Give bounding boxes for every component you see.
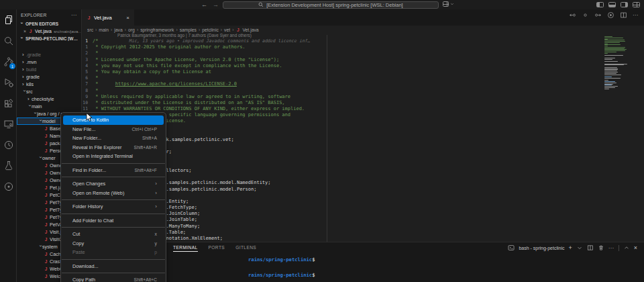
java-file-icon: J: [44, 274, 48, 279]
chevron-icon: ›: [38, 245, 42, 249]
minimap-line: [604, 61, 618, 62]
menu-item-cut[interactable]: Cutx: [63, 230, 164, 239]
next-change-icon[interactable]: [594, 11, 602, 19]
submenu-arrow-icon: ›: [155, 190, 157, 196]
menu-item-convert-to-kotlin[interactable]: Convert to Kotlin: [63, 115, 164, 125]
menu-item-copy[interactable]: Copyy: [63, 239, 164, 248]
breadcrumb-item[interactable]: Vet.java: [242, 28, 258, 32]
panel-tab-terminal[interactable]: TERMINAL: [173, 245, 198, 252]
new-terminal-icon[interactable]: +: [568, 244, 572, 251]
customize-layout-icon[interactable]: [633, 2, 640, 7]
panel-tab-bar: TERMINALPORTSGITLENS: [173, 245, 256, 252]
prev-change-icon[interactable]: [569, 11, 576, 19]
terminal-prompt[interactable]: rains/spring-petclinic$: [248, 256, 315, 263]
chevron-icon: ›: [28, 105, 32, 109]
editor-tab-bar: J Vet.java ×: [82, 9, 644, 26]
nav-back-icon[interactable]: ←: [201, 1, 207, 8]
menu-item-open-changes[interactable]: Open Changes›: [63, 179, 164, 189]
explorer-actions-icon[interactable]: ⋯: [71, 12, 77, 18]
tree-item-label: k8s: [26, 81, 34, 87]
minimap[interactable]: [604, 36, 633, 91]
menu-item-open-on-remote-web-[interactable]: Open on Remote (Web)›: [63, 189, 164, 198]
menu-item-copy-path[interactable]: Copy PathShift+Alt+C: [63, 275, 164, 282]
line-number: 1: [82, 38, 93, 44]
window-grid-dropdown[interactable]: [443, 1, 454, 7]
menu-separator: [62, 273, 165, 273]
menu-item-download-[interactable]: Download...: [63, 262, 164, 271]
tree-item-src[interactable]: ›src: [17, 88, 81, 95]
tree-item-k8s[interactable]: ›k8s: [17, 81, 81, 88]
tree-item-main[interactable]: ›main: [17, 103, 81, 110]
breadcrumb-item[interactable]: java: [114, 28, 122, 32]
close-tab-icon[interactable]: ×: [126, 15, 129, 21]
breadcrumb-item[interactable]: samples: [180, 28, 197, 32]
menu-item-label: New Folder...: [72, 135, 101, 141]
tree-item--mvn[interactable]: ›.mvn: [17, 58, 81, 66]
split-terminal-icon[interactable]: [587, 244, 594, 251]
menu-item-label: Reveal in File Explorer: [72, 144, 121, 150]
command-center[interactable]: [Extension Development Host] spring-petc…: [223, 1, 439, 9]
license-link[interactable]: https://www.apache.org/licenses/LICENSE-…: [115, 81, 237, 87]
split-editor-icon[interactable]: [620, 11, 627, 19]
code-line: 1 * Copyright 2012-2025 the original aut…: [82, 44, 636, 50]
kill-terminal-icon[interactable]: [598, 244, 604, 251]
breadcrumb-item[interactable]: main: [99, 28, 109, 32]
java-file-icon: J: [44, 230, 48, 234]
open-editors-section[interactable]: › OPEN EDITORS: [17, 20, 81, 28]
more-actions-icon[interactable]: ⋯: [633, 12, 639, 18]
tree-item-build[interactable]: ›build: [17, 66, 81, 73]
panel-tab-gitlens[interactable]: GITLENS: [235, 245, 256, 252]
menu-item-folder-history[interactable]: Folder History›: [63, 202, 164, 211]
java-file-icon: J: [44, 222, 48, 227]
toggle-secondary-sidebar-icon[interactable]: [621, 2, 628, 7]
project-section-header[interactable]: › SPRING-PETCLINIC [WSL: DEBI…: [17, 35, 81, 42]
open-changes-icon[interactable]: [582, 11, 589, 19]
menu-item-find-in-folder-[interactable]: Find in Folder...Shift+Alt+F: [63, 166, 164, 175]
open-editor-item[interactable]: × J Vet.java src/main/java…: [17, 28, 81, 35]
menu-item-label: New File...: [72, 126, 95, 132]
tree-item-checkstyle[interactable]: ›checkstyle: [17, 95, 81, 103]
minimap-line: [604, 46, 608, 46]
menu-item-reveal-in-file-explorer[interactable]: Reveal in File ExplorerShift+Alt+R: [63, 143, 164, 152]
menu-item-shortcut: Shift+Alt+C: [134, 277, 157, 282]
menu-item-open-in-integrated-terminal[interactable]: Open in Integrated Terminal: [63, 152, 164, 161]
breadcrumb-item[interactable]: vet: [224, 28, 230, 32]
testing-icon[interactable]: [0, 155, 17, 176]
breadcrumb-item[interactable]: org: [128, 28, 135, 32]
chevron-down-icon[interactable]: [576, 244, 583, 251]
menu-item-shortcut: Shift+Alt+F: [134, 168, 157, 173]
breadcrumb-separator-icon: ›: [95, 28, 97, 32]
toggle-primary-sidebar-icon[interactable]: [596, 2, 604, 7]
menu-item-shortcut: Shift+A: [142, 136, 157, 140]
tab-vet-java[interactable]: J Vet.java ×: [82, 9, 134, 26]
maximize-panel-icon[interactable]: [623, 244, 630, 251]
gitlens-icon[interactable]: [0, 134, 17, 155]
code-text: * you may not use this file except in co…: [93, 63, 282, 69]
breadcrumb-item[interactable]: petclinic: [202, 28, 219, 32]
terminal-prompt[interactable]: rains/spring-petclinic$: [248, 272, 315, 278]
remote-explorer-icon[interactable]: [0, 113, 17, 134]
run-debug-icon[interactable]: [0, 72, 17, 93]
source-control-icon[interactable]: 1: [0, 51, 17, 72]
run-java-icon[interactable]: [607, 11, 614, 19]
nav-forward-icon[interactable]: →: [213, 1, 219, 8]
close-icon[interactable]: ×: [23, 29, 26, 34]
menu-item-paste[interactable]: Pastep: [63, 248, 164, 257]
menu-item-new-file-[interactable]: New File...Ctrl+I Ctrl+P: [63, 125, 164, 134]
tree-item-gradle[interactable]: ›gradle: [17, 73, 81, 81]
breadcrumb-item[interactable]: src: [87, 28, 93, 32]
minimap-line: [604, 38, 623, 38]
menu-item-add-folder-to-chat[interactable]: Add Folder to Chat: [63, 216, 164, 226]
extensions-icon[interactable]: [0, 93, 17, 113]
breadcrumb-item[interactable]: springframework: [140, 28, 174, 32]
explorer-icon[interactable]: [0, 9, 17, 30]
more-actions-icon[interactable]: ⋯: [608, 245, 614, 251]
gitlens-inspect-icon[interactable]: [0, 176, 17, 197]
close-panel-icon[interactable]: ×: [634, 244, 637, 251]
tree-item--gradle[interactable]: ›.gradle: [17, 51, 81, 58]
toggle-panel-icon[interactable]: [608, 2, 616, 7]
code-text: * Unless required by applicable law or a…: [93, 94, 290, 100]
menu-item-new-folder-[interactable]: New Folder...Shift+A: [63, 134, 164, 143]
search-icon[interactable]: [0, 30, 17, 51]
panel-tab-ports[interactable]: PORTS: [209, 245, 225, 252]
